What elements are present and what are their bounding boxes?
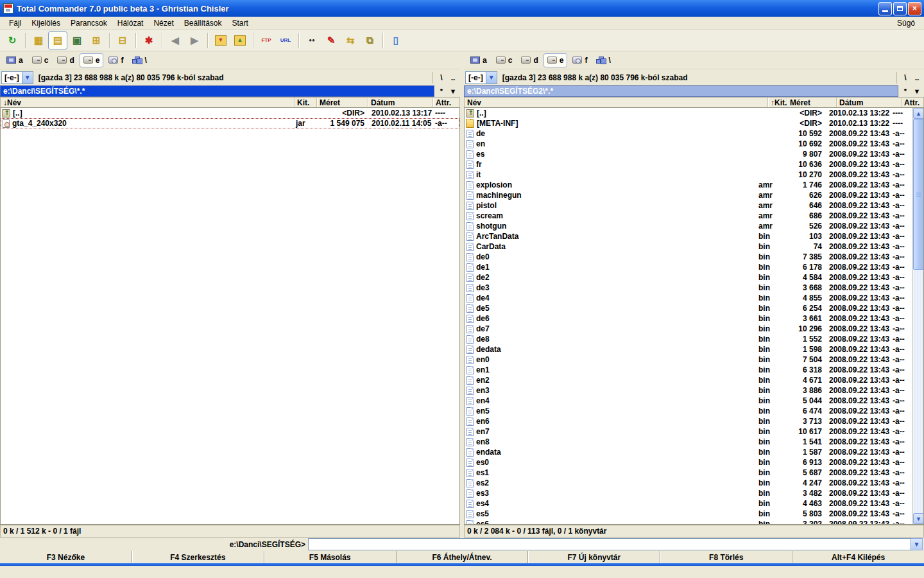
- file-row[interactable]: en6bin3 7132008.09.22 13:43-a--: [465, 416, 912, 426]
- refresh-button[interactable]: ↻: [3, 31, 22, 49]
- file-row[interactable]: de7bin10 2962008.09.22 13:43-a--: [465, 324, 912, 334]
- chevron-down-icon[interactable]: ▼: [22, 72, 33, 83]
- file-row[interactable]: de0bin7 3852008.09.22 13:43-a--: [465, 252, 912, 262]
- function-key-button-4[interactable]: F7 Új könyvtár: [527, 551, 660, 563]
- left-drive-button-f[interactable]: f: [105, 53, 127, 67]
- menu-item-4[interactable]: Nézet: [148, 17, 178, 29]
- scroll-up-icon[interactable]: ▲: [913, 108, 924, 119]
- file-row[interactable]: de2bin4 5842008.09.22 13:43-a--: [465, 272, 912, 283]
- command-history-dropdown[interactable]: ▼: [911, 538, 923, 550]
- file-row[interactable]: [..]<DIR>2010.02.13 13:22----: [465, 108, 912, 118]
- file-row[interactable]: de3bin3 6682008.09.22 13:43-a--: [465, 283, 912, 293]
- function-key-button-1[interactable]: F4 Szerkesztés: [132, 551, 264, 563]
- right-drive-button-d[interactable]: d: [517, 53, 542, 67]
- left-drive-button-a[interactable]: a: [3, 53, 27, 67]
- restore-button[interactable]: [893, 2, 907, 15]
- menu-item-2[interactable]: Parancsok: [65, 17, 112, 29]
- file-row[interactable]: de6bin3 6612008.09.22 13:43-a--: [465, 313, 912, 324]
- right-filter-button[interactable]: *: [900, 87, 911, 95]
- file-row[interactable]: [..]<DIR>2010.02.13 13:17----: [1, 108, 459, 118]
- back-button[interactable]: ◀: [166, 31, 185, 49]
- file-row[interactable]: shotgunamr5262008.09.22 13:43-a--: [465, 221, 912, 231]
- search-button[interactable]: ●●: [302, 31, 321, 49]
- right-column-header-attr[interactable]: Attr.: [901, 98, 923, 107]
- forward-button[interactable]: ▶: [185, 31, 204, 49]
- function-key-button-6[interactable]: Alt+F4 Kilépés: [792, 551, 924, 563]
- right-drive-combo[interactable]: [-e-] ▼: [465, 71, 497, 84]
- left-drive-button-c[interactable]: c: [28, 53, 53, 67]
- right-column-header-name[interactable]: Név: [465, 98, 767, 107]
- left-column-header-name[interactable]: ↓Név: [1, 98, 294, 107]
- file-row[interactable]: it10 2702008.09.22 13:43-a--: [465, 170, 912, 180]
- file-row[interactable]: es4bin4 4632008.09.22 13:43-a--: [465, 498, 912, 509]
- menu-item-0[interactable]: Fájl: [4, 17, 26, 29]
- right-drive-button-e[interactable]: e: [543, 53, 568, 67]
- file-row[interactable]: es9 8072008.09.22 13:43-a--: [465, 149, 912, 159]
- left-column-header-size[interactable]: Méret: [316, 98, 368, 107]
- file-row[interactable]: ArcTanDatabin1032008.09.22 13:43-a--: [465, 231, 912, 241]
- close-button[interactable]: ×: [908, 2, 921, 15]
- file-row[interactable]: endatabin1 5872008.09.22 13:43-a--: [465, 447, 912, 457]
- command-input[interactable]: [308, 538, 911, 550]
- right-column-header-size[interactable]: Méret: [787, 98, 836, 107]
- unpack-button[interactable]: ▲: [230, 31, 250, 49]
- file-row[interactable]: es5bin5 8032008.09.22 13:43-a--: [465, 509, 912, 519]
- file-row[interactable]: en5bin6 4742008.09.22 13:43-a--: [465, 406, 912, 416]
- menu-item-help[interactable]: Súgó: [892, 17, 920, 29]
- file-row[interactable]: machinegunamr6262008.09.22 13:43-a--: [465, 190, 912, 200]
- tree-view-button[interactable]: ⊞: [87, 31, 106, 49]
- file-row[interactable]: CarDatabin742008.09.22 13:43-a--: [465, 241, 912, 252]
- file-row[interactable]: en3bin3 8862008.09.22 13:43-a--: [465, 385, 912, 396]
- file-row[interactable]: dedatabin1 5982008.09.22 13:43-a--: [465, 344, 912, 355]
- function-key-button-5[interactable]: F8 Törlés: [660, 551, 792, 563]
- right-path-bar[interactable]: e:\Danci\SEGÍTSÉG2\*.*: [464, 85, 898, 97]
- file-row[interactable]: [META-INF]<DIR>2010.02.13 13:22----: [465, 118, 912, 128]
- multi-rename-button[interactable]: ✎: [321, 31, 341, 49]
- menu-item-5[interactable]: Beállítások: [179, 17, 227, 29]
- thumbnails-view-button[interactable]: ▣: [67, 31, 87, 49]
- branch-view-button[interactable]: ⊟: [113, 31, 132, 49]
- scrollbar-thumb[interactable]: [913, 119, 924, 270]
- right-history-button[interactable]: ▼: [911, 87, 923, 95]
- menu-item-1[interactable]: Kijelölés: [26, 17, 65, 29]
- right-drive-button-a[interactable]: a: [466, 53, 491, 67]
- file-row[interactable]: es1bin5 6872008.09.22 13:43-a--: [465, 468, 912, 478]
- function-key-button-3[interactable]: F6 Áthely/Átnev.: [396, 551, 528, 563]
- full-view-button[interactable]: ▤: [48, 31, 67, 49]
- sync-dirs-button[interactable]: ⇆: [341, 31, 360, 49]
- left-root-button[interactable]: \: [436, 73, 447, 82]
- file-row[interactable]: en8bin1 5412008.09.22 13:43-a--: [465, 437, 912, 447]
- file-row[interactable]: en4bin5 0442008.09.22 13:43-a--: [465, 396, 912, 406]
- minimize-button[interactable]: [878, 2, 892, 15]
- file-row[interactable]: explosionamr1 7462008.09.22 13:43-a--: [465, 180, 912, 190]
- right-parent-button[interactable]: ..: [911, 73, 923, 82]
- ftp-connect-button[interactable]: FTP: [257, 31, 276, 49]
- function-key-button-0[interactable]: F3 Nézőke: [0, 551, 132, 563]
- file-row[interactable]: gta_4_240x320jar1 549 0752010.02.11 14:0…: [1, 118, 459, 128]
- left-path-bar[interactable]: e:\Danci\SEGÍTSÉG\*.*: [0, 85, 434, 97]
- left-column-header-date[interactable]: Dátum: [368, 98, 432, 107]
- file-row[interactable]: fr10 6362008.09.22 13:43-a--: [465, 159, 912, 170]
- run-command-button[interactable]: ✱: [139, 31, 158, 49]
- file-row[interactable]: en7bin10 6172008.09.22 13:43-a--: [465, 426, 912, 437]
- compare-button[interactable]: ⧉: [360, 31, 379, 49]
- file-row[interactable]: de4bin4 8552008.09.22 13:43-a--: [465, 293, 912, 303]
- menu-item-3[interactable]: Hálózat: [112, 17, 149, 29]
- left-filter-button[interactable]: *: [436, 87, 447, 95]
- file-row[interactable]: es3bin3 4822008.09.22 13:43-a--: [465, 488, 912, 498]
- chevron-down-icon[interactable]: ▼: [486, 72, 497, 83]
- right-column-header-ext[interactable]: ↑Kit.: [767, 98, 787, 107]
- function-key-button-2[interactable]: F5 Másolás: [264, 551, 396, 563]
- file-row[interactable]: es0bin6 9132008.09.22 13:43-a--: [465, 457, 912, 468]
- ftp-url-button[interactable]: URL: [276, 31, 295, 49]
- left-column-header-attr[interactable]: Attr.: [432, 98, 459, 107]
- left-parent-button[interactable]: ..: [447, 73, 459, 82]
- scroll-down-icon[interactable]: ▼: [913, 513, 924, 524]
- file-row[interactable]: screamamr6862008.09.22 13:43-a--: [465, 211, 912, 221]
- right-scrollbar[interactable]: ▲ ▼: [912, 108, 923, 524]
- menu-item-6[interactable]: Start: [227, 17, 253, 29]
- file-row[interactable]: es6bin3 2022008.09.22 13:43-a--: [465, 519, 912, 525]
- brief-view-button[interactable]: ▦: [29, 31, 48, 49]
- right-column-header-date[interactable]: Dátum: [836, 98, 901, 107]
- file-row[interactable]: es2bin4 2472008.09.22 13:43-a--: [465, 478, 912, 488]
